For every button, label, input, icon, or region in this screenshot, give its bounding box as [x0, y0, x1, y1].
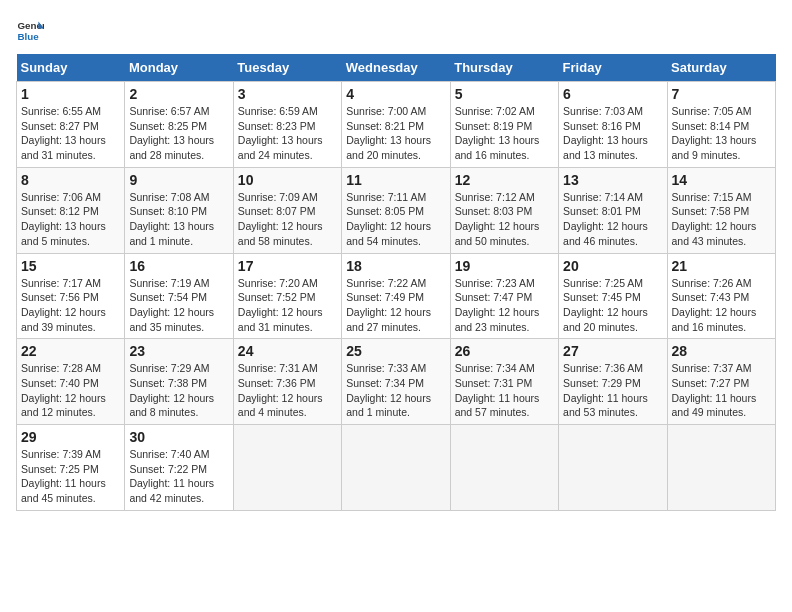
- day-info: Sunrise: 7:17 AM Sunset: 7:56 PM Dayligh…: [21, 276, 120, 335]
- day-info: Sunrise: 7:25 AM Sunset: 7:45 PM Dayligh…: [563, 276, 662, 335]
- day-info: Sunrise: 7:33 AM Sunset: 7:34 PM Dayligh…: [346, 361, 445, 420]
- day-info: Sunrise: 7:14 AM Sunset: 8:01 PM Dayligh…: [563, 190, 662, 249]
- calendar-cell-3: 3Sunrise: 6:59 AM Sunset: 8:23 PM Daylig…: [233, 82, 341, 168]
- day-info: Sunrise: 7:00 AM Sunset: 8:21 PM Dayligh…: [346, 104, 445, 163]
- calendar-cell-27: 27Sunrise: 7:36 AM Sunset: 7:29 PM Dayli…: [559, 339, 667, 425]
- page-header: General Blue: [16, 16, 776, 44]
- calendar-header-thursday: Thursday: [450, 54, 558, 82]
- calendar-cell-4: 4Sunrise: 7:00 AM Sunset: 8:21 PM Daylig…: [342, 82, 450, 168]
- day-number: 1: [21, 86, 120, 102]
- day-info: Sunrise: 7:40 AM Sunset: 7:22 PM Dayligh…: [129, 447, 228, 506]
- day-info: Sunrise: 7:20 AM Sunset: 7:52 PM Dayligh…: [238, 276, 337, 335]
- day-number: 20: [563, 258, 662, 274]
- calendar-header-tuesday: Tuesday: [233, 54, 341, 82]
- day-info: Sunrise: 7:05 AM Sunset: 8:14 PM Dayligh…: [672, 104, 771, 163]
- day-info: Sunrise: 7:39 AM Sunset: 7:25 PM Dayligh…: [21, 447, 120, 506]
- calendar-cell-10: 10Sunrise: 7:09 AM Sunset: 8:07 PM Dayli…: [233, 167, 341, 253]
- calendar-cell-5: 5Sunrise: 7:02 AM Sunset: 8:19 PM Daylig…: [450, 82, 558, 168]
- calendar-cell-9: 9Sunrise: 7:08 AM Sunset: 8:10 PM Daylig…: [125, 167, 233, 253]
- calendar-cell-empty: [667, 425, 775, 511]
- calendar-header-saturday: Saturday: [667, 54, 775, 82]
- day-number: 23: [129, 343, 228, 359]
- calendar-cell-20: 20Sunrise: 7:25 AM Sunset: 7:45 PM Dayli…: [559, 253, 667, 339]
- day-info: Sunrise: 6:55 AM Sunset: 8:27 PM Dayligh…: [21, 104, 120, 163]
- day-number: 30: [129, 429, 228, 445]
- day-info: Sunrise: 6:57 AM Sunset: 8:25 PM Dayligh…: [129, 104, 228, 163]
- day-number: 19: [455, 258, 554, 274]
- day-info: Sunrise: 7:11 AM Sunset: 8:05 PM Dayligh…: [346, 190, 445, 249]
- calendar-cell-6: 6Sunrise: 7:03 AM Sunset: 8:16 PM Daylig…: [559, 82, 667, 168]
- day-number: 17: [238, 258, 337, 274]
- calendar-cell-11: 11Sunrise: 7:11 AM Sunset: 8:05 PM Dayli…: [342, 167, 450, 253]
- calendar-cell-24: 24Sunrise: 7:31 AM Sunset: 7:36 PM Dayli…: [233, 339, 341, 425]
- day-info: Sunrise: 7:37 AM Sunset: 7:27 PM Dayligh…: [672, 361, 771, 420]
- day-number: 16: [129, 258, 228, 274]
- day-number: 3: [238, 86, 337, 102]
- calendar-cell-1: 1Sunrise: 6:55 AM Sunset: 8:27 PM Daylig…: [17, 82, 125, 168]
- calendar-week-2: 8Sunrise: 7:06 AM Sunset: 8:12 PM Daylig…: [17, 167, 776, 253]
- calendar-cell-15: 15Sunrise: 7:17 AM Sunset: 7:56 PM Dayli…: [17, 253, 125, 339]
- calendar-cell-16: 16Sunrise: 7:19 AM Sunset: 7:54 PM Dayli…: [125, 253, 233, 339]
- day-info: Sunrise: 7:36 AM Sunset: 7:29 PM Dayligh…: [563, 361, 662, 420]
- day-info: Sunrise: 7:02 AM Sunset: 8:19 PM Dayligh…: [455, 104, 554, 163]
- calendar-week-4: 22Sunrise: 7:28 AM Sunset: 7:40 PM Dayli…: [17, 339, 776, 425]
- calendar-header-monday: Monday: [125, 54, 233, 82]
- day-number: 25: [346, 343, 445, 359]
- calendar-cell-2: 2Sunrise: 6:57 AM Sunset: 8:25 PM Daylig…: [125, 82, 233, 168]
- day-info: Sunrise: 7:06 AM Sunset: 8:12 PM Dayligh…: [21, 190, 120, 249]
- calendar-cell-17: 17Sunrise: 7:20 AM Sunset: 7:52 PM Dayli…: [233, 253, 341, 339]
- day-info: Sunrise: 7:28 AM Sunset: 7:40 PM Dayligh…: [21, 361, 120, 420]
- day-number: 29: [21, 429, 120, 445]
- calendar-cell-19: 19Sunrise: 7:23 AM Sunset: 7:47 PM Dayli…: [450, 253, 558, 339]
- calendar-week-5: 29Sunrise: 7:39 AM Sunset: 7:25 PM Dayli…: [17, 425, 776, 511]
- day-info: Sunrise: 7:12 AM Sunset: 8:03 PM Dayligh…: [455, 190, 554, 249]
- day-number: 15: [21, 258, 120, 274]
- calendar-cell-empty: [342, 425, 450, 511]
- day-number: 5: [455, 86, 554, 102]
- calendar-table: SundayMondayTuesdayWednesdayThursdayFrid…: [16, 54, 776, 511]
- day-number: 10: [238, 172, 337, 188]
- day-info: Sunrise: 7:26 AM Sunset: 7:43 PM Dayligh…: [672, 276, 771, 335]
- day-number: 21: [672, 258, 771, 274]
- calendar-header-friday: Friday: [559, 54, 667, 82]
- logo: General Blue: [16, 16, 48, 44]
- calendar-cell-8: 8Sunrise: 7:06 AM Sunset: 8:12 PM Daylig…: [17, 167, 125, 253]
- calendar-week-1: 1Sunrise: 6:55 AM Sunset: 8:27 PM Daylig…: [17, 82, 776, 168]
- calendar-cell-28: 28Sunrise: 7:37 AM Sunset: 7:27 PM Dayli…: [667, 339, 775, 425]
- calendar-week-3: 15Sunrise: 7:17 AM Sunset: 7:56 PM Dayli…: [17, 253, 776, 339]
- day-info: Sunrise: 7:03 AM Sunset: 8:16 PM Dayligh…: [563, 104, 662, 163]
- day-number: 24: [238, 343, 337, 359]
- day-info: Sunrise: 7:23 AM Sunset: 7:47 PM Dayligh…: [455, 276, 554, 335]
- day-info: Sunrise: 6:59 AM Sunset: 8:23 PM Dayligh…: [238, 104, 337, 163]
- day-info: Sunrise: 7:29 AM Sunset: 7:38 PM Dayligh…: [129, 361, 228, 420]
- general-blue-logo-icon: General Blue: [16, 16, 44, 44]
- day-number: 7: [672, 86, 771, 102]
- day-number: 2: [129, 86, 228, 102]
- day-number: 13: [563, 172, 662, 188]
- day-number: 22: [21, 343, 120, 359]
- calendar-cell-26: 26Sunrise: 7:34 AM Sunset: 7:31 PM Dayli…: [450, 339, 558, 425]
- day-info: Sunrise: 7:34 AM Sunset: 7:31 PM Dayligh…: [455, 361, 554, 420]
- day-number: 27: [563, 343, 662, 359]
- calendar-cell-18: 18Sunrise: 7:22 AM Sunset: 7:49 PM Dayli…: [342, 253, 450, 339]
- calendar-cell-empty: [233, 425, 341, 511]
- day-info: Sunrise: 7:19 AM Sunset: 7:54 PM Dayligh…: [129, 276, 228, 335]
- day-number: 8: [21, 172, 120, 188]
- calendar-cell-empty: [559, 425, 667, 511]
- calendar-cell-22: 22Sunrise: 7:28 AM Sunset: 7:40 PM Dayli…: [17, 339, 125, 425]
- calendar-cell-29: 29Sunrise: 7:39 AM Sunset: 7:25 PM Dayli…: [17, 425, 125, 511]
- calendar-cell-30: 30Sunrise: 7:40 AM Sunset: 7:22 PM Dayli…: [125, 425, 233, 511]
- day-number: 18: [346, 258, 445, 274]
- calendar-cell-23: 23Sunrise: 7:29 AM Sunset: 7:38 PM Dayli…: [125, 339, 233, 425]
- calendar-header-wednesday: Wednesday: [342, 54, 450, 82]
- day-info: Sunrise: 7:22 AM Sunset: 7:49 PM Dayligh…: [346, 276, 445, 335]
- day-number: 14: [672, 172, 771, 188]
- svg-text:Blue: Blue: [17, 31, 39, 42]
- day-number: 12: [455, 172, 554, 188]
- day-info: Sunrise: 7:31 AM Sunset: 7:36 PM Dayligh…: [238, 361, 337, 420]
- day-info: Sunrise: 7:15 AM Sunset: 7:58 PM Dayligh…: [672, 190, 771, 249]
- day-number: 9: [129, 172, 228, 188]
- calendar-cell-13: 13Sunrise: 7:14 AM Sunset: 8:01 PM Dayli…: [559, 167, 667, 253]
- day-number: 28: [672, 343, 771, 359]
- calendar-header-row: SundayMondayTuesdayWednesdayThursdayFrid…: [17, 54, 776, 82]
